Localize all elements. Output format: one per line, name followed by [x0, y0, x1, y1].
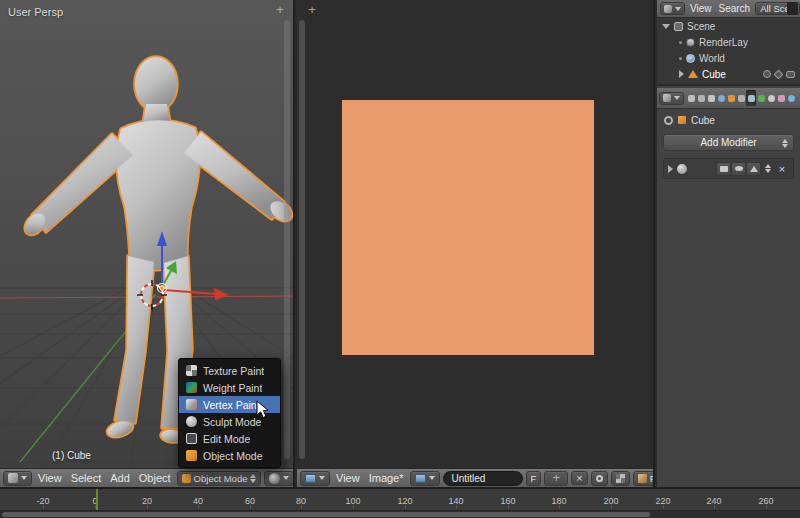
updown-arrows-icon	[782, 139, 788, 148]
editmode-toggle-button[interactable]	[746, 162, 761, 176]
uv-scrollbar[interactable]	[299, 20, 305, 459]
region-expand-plus-icon[interactable]	[273, 3, 287, 17]
paint-brush-icon	[638, 474, 647, 483]
viewport-shading-sphere-icon	[269, 473, 280, 484]
texture-icon	[778, 95, 785, 102]
editor-mode-dropdown[interactable]: Paint	[633, 471, 653, 486]
tab-world[interactable]	[716, 90, 726, 106]
object-cube-icon	[678, 116, 686, 124]
menu-item-texture-paint[interactable]: Texture Paint	[179, 362, 280, 379]
menu-view[interactable]: View	[35, 472, 65, 484]
timeline-scroll-handle[interactable]	[2, 512, 650, 517]
menu-view[interactable]: View	[688, 3, 714, 14]
image-browse-button[interactable]	[410, 471, 440, 486]
tab-object-data[interactable]	[756, 90, 766, 106]
modifiers-wrench-icon	[748, 95, 755, 102]
menu-image[interactable]: Image*	[366, 472, 407, 484]
editor-type-button[interactable]	[300, 471, 330, 486]
right-panel: View Search All Scen Scene RenderLay	[657, 0, 800, 487]
image-name-field[interactable]: Untitled	[443, 471, 523, 486]
chevron-down-icon	[21, 476, 27, 480]
mesh-object-icon	[688, 70, 698, 78]
outliner-row-renderlayer[interactable]: RenderLay	[657, 34, 800, 50]
image-canvas[interactable]	[342, 100, 594, 355]
eye-toggle-icon	[735, 166, 743, 171]
sculpt-mode-icon	[186, 416, 197, 427]
object-data-icon	[758, 95, 765, 102]
tab-physics[interactable]	[786, 90, 796, 106]
add-modifier-label: Add Modifier	[700, 137, 756, 148]
viewport-scrollbar[interactable]	[284, 20, 290, 459]
menu-search[interactable]: Search	[717, 3, 753, 14]
outliner-row-scene[interactable]: Scene	[657, 18, 800, 34]
menu-item-label: Edit Mode	[203, 433, 250, 445]
scene-icon	[674, 22, 683, 31]
scene-icon	[708, 95, 715, 102]
renderable-camera-icon[interactable]	[786, 71, 795, 78]
region-corner-widget[interactable]	[787, 2, 798, 15]
timeline-area[interactable]: -40 -20 0 20 40 60 80 100 120 140 160 18…	[0, 487, 800, 518]
menu-item-label: Texture Paint	[203, 365, 264, 377]
menu-add[interactable]: Add	[107, 472, 133, 484]
tab-modifiers[interactable]	[746, 90, 756, 106]
editor-type-button[interactable]	[659, 92, 684, 105]
edit-mode-icon	[186, 433, 197, 444]
tab-constraints[interactable]	[736, 90, 746, 106]
physics-icon	[788, 95, 795, 102]
render-toggle-button[interactable]	[716, 162, 731, 176]
world-icon	[686, 54, 695, 63]
timeline-scrollbar[interactable]	[0, 510, 800, 518]
active-object-label: (1) Cube	[52, 450, 91, 461]
tab-object[interactable]	[726, 90, 736, 106]
menu-object[interactable]: Object	[136, 472, 174, 484]
new-image-button[interactable]	[544, 471, 568, 486]
move-up-down-icons[interactable]	[765, 164, 771, 173]
mouse-cursor-icon	[256, 400, 270, 420]
expand-triangle-icon[interactable]	[668, 165, 673, 173]
delete-modifier-button[interactable]	[775, 162, 789, 176]
texture-grid-icon	[616, 474, 625, 483]
properties-editor-icon	[663, 94, 671, 102]
menu-item-label: Weight Paint	[203, 382, 262, 394]
visibility-eye-icon[interactable]	[763, 70, 771, 78]
tab-texture[interactable]	[776, 90, 786, 106]
editor-type-button[interactable]	[660, 2, 685, 15]
viewport-shading-button[interactable]	[264, 471, 293, 486]
unlink-image-button[interactable]	[571, 471, 587, 485]
tab-render-layers[interactable]	[696, 90, 706, 106]
viewport-visibility-toggle-button[interactable]	[731, 162, 746, 176]
tab-scene[interactable]	[706, 90, 716, 106]
menu-item-weight-paint[interactable]: Weight Paint	[179, 379, 280, 396]
uv-image-editor-area[interactable]: View Image* Untitled F Paint	[297, 0, 655, 487]
texture-paint-icon	[186, 365, 197, 376]
add-modifier-button[interactable]: Add Modifier	[663, 134, 794, 151]
menu-select[interactable]: Select	[68, 472, 105, 484]
menu-view[interactable]: View	[333, 472, 363, 484]
object-icon	[728, 95, 735, 102]
outliner-row-world[interactable]: World	[657, 50, 800, 66]
editor-type-button[interactable]	[3, 471, 32, 486]
selectable-arrow-icon[interactable]	[774, 69, 784, 79]
mode-dropdown-label: Object Mode	[194, 473, 248, 484]
tab-render[interactable]	[686, 90, 696, 106]
menu-item-edit-mode[interactable]: Edit Mode	[179, 430, 280, 447]
modifier-panel-header	[663, 158, 794, 179]
uv-region-plus-icon[interactable]	[305, 3, 319, 17]
mode-dropdown[interactable]: Object Mode	[177, 471, 262, 486]
outliner-row-cube[interactable]: Cube	[657, 66, 800, 82]
menu-item-object-mode[interactable]: Object Mode	[179, 447, 280, 464]
fake-user-button[interactable]: F	[526, 471, 542, 486]
expand-triangle-icon[interactable]	[679, 70, 684, 78]
new-image-plus-icon	[549, 471, 563, 485]
3d-viewport-area[interactable]: User Persp (1) Cube Texture Paint Weight…	[0, 0, 295, 487]
expand-triangle-icon[interactable]	[662, 24, 670, 29]
texture-display-button[interactable]	[611, 471, 630, 486]
chevron-down-icon	[283, 476, 289, 480]
current-frame-indicator[interactable]	[96, 489, 98, 512]
uv-editor-header: View Image* Untitled F Paint	[297, 468, 653, 487]
render-camera-icon	[688, 95, 695, 102]
tab-material[interactable]	[766, 90, 776, 106]
pin-button[interactable]	[591, 471, 608, 486]
render-toggle-icon	[720, 166, 728, 172]
properties-header	[657, 88, 800, 109]
